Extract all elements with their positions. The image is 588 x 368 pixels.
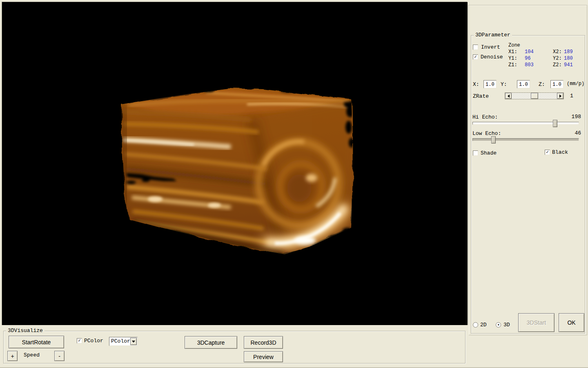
pcolor-dropdown-value: PColor [111, 338, 130, 344]
arrow-left-icon [508, 94, 510, 98]
group-title-3dvisualize: 3DVisualize [6, 328, 45, 334]
scale-unit-label: (mm/p) [567, 81, 584, 87]
check-icon: ✓ [78, 339, 81, 343]
hi-echo-label: Hi Echo: [472, 114, 498, 120]
denoise-label: Denoise [481, 54, 503, 60]
invert-label: Invert [481, 45, 500, 50]
preview-button[interactable]: Preview [244, 351, 283, 362]
zrate-label: ZRate [473, 94, 489, 99]
mode-3d-radio[interactable]: ● [496, 322, 501, 328]
group-title-3dparameter: 3DParameter [474, 32, 512, 38]
3dcapture-button[interactable]: 3DCapture [185, 336, 237, 349]
scale-y-label: Y: [501, 82, 507, 88]
scale-z-label: Z: [539, 82, 545, 88]
shade-label: Shade [481, 150, 497, 156]
zone-z2-value: 941 [564, 62, 573, 68]
record3d-button[interactable]: Record3D [244, 336, 283, 349]
hi-echo-value: 198 [563, 114, 581, 120]
zrate-left-arrow-button[interactable] [505, 93, 512, 99]
zone-y2-label: Y2: [553, 56, 562, 61]
scale-y-input[interactable] [517, 80, 530, 88]
check-icon: ✓ [474, 55, 477, 59]
zrate-value: 1 [570, 93, 573, 99]
zone-x1-value: 104 [525, 49, 534, 55]
mode-2d-label: 2D [480, 322, 487, 328]
zone-title: Zone [508, 43, 520, 48]
zone-x2-label: X2: [553, 49, 562, 55]
speed-minus-button[interactable]: - [54, 351, 65, 361]
zone-y1-value: 96 [525, 56, 530, 61]
scale-x-input[interactable] [483, 80, 497, 88]
3dstart-button[interactable]: 3DStart [518, 313, 555, 332]
visualize-panel: 3DVisualize StartRotate ✓ PColor PColor … [0, 325, 469, 367]
parameter-panel: 3DParameter Invert ✓ Denoise Zone X1: 10… [468, 5, 587, 335]
black-label: Black [552, 150, 568, 155]
low-echo-label: Low Echo: [472, 131, 501, 137]
speed-label: Speed [24, 352, 40, 358]
app-window: 3DParameter Invert ✓ Denoise Zone X1: 10… [0, 0, 588, 368]
zone-z1-value: 803 [525, 62, 534, 68]
zone-x1-label: X1: [508, 49, 517, 55]
hi-echo-track[interactable] [472, 122, 579, 125]
zone-y1-label: Y1: [508, 56, 517, 61]
low-echo-value: 46 [563, 130, 581, 136]
zrate-thumb[interactable] [531, 93, 538, 99]
zone-z2-label: Z2: [553, 62, 562, 68]
denoise-checkbox[interactable]: ✓ [473, 54, 478, 60]
invert-checkbox[interactable] [473, 45, 478, 50]
pcolor-label: PColor [84, 338, 103, 344]
pcolor-checkbox[interactable]: ✓ [77, 338, 82, 343]
zone-z1-label: Z1: [508, 62, 517, 68]
zone-x2-value: 189 [564, 49, 573, 55]
check-icon: ✓ [546, 150, 549, 155]
radio-dot-icon: ● [497, 323, 499, 326]
arrow-right-icon [559, 94, 561, 98]
black-checkbox[interactable]: ✓ [545, 150, 550, 155]
low-echo-track[interactable] [472, 138, 579, 141]
start-rotate-button[interactable]: StartRotate [9, 336, 64, 348]
mode-2d-radio[interactable] [473, 322, 478, 328]
volume-render [2, 2, 468, 325]
zone-y2-value: 180 [564, 56, 573, 61]
chevron-down-icon [132, 341, 135, 343]
scale-x-label: X: [473, 82, 479, 88]
shade-checkbox[interactable] [473, 150, 478, 156]
zrate-right-arrow-button[interactable] [557, 93, 564, 99]
3d-viewport[interactable] [2, 2, 467, 325]
pcolor-dropdown-button[interactable] [130, 338, 137, 345]
zrate-scrollbar[interactable] [505, 92, 564, 99]
pcolor-dropdown[interactable]: PColor [109, 337, 138, 346]
ok-button[interactable]: OK [559, 313, 584, 332]
speed-plus-button[interactable]: + [7, 351, 18, 361]
hi-echo-thumb[interactable] [553, 120, 557, 127]
scale-z-input[interactable] [550, 80, 564, 88]
mode-3d-label: 3D [503, 322, 510, 328]
low-echo-thumb[interactable] [491, 136, 496, 144]
